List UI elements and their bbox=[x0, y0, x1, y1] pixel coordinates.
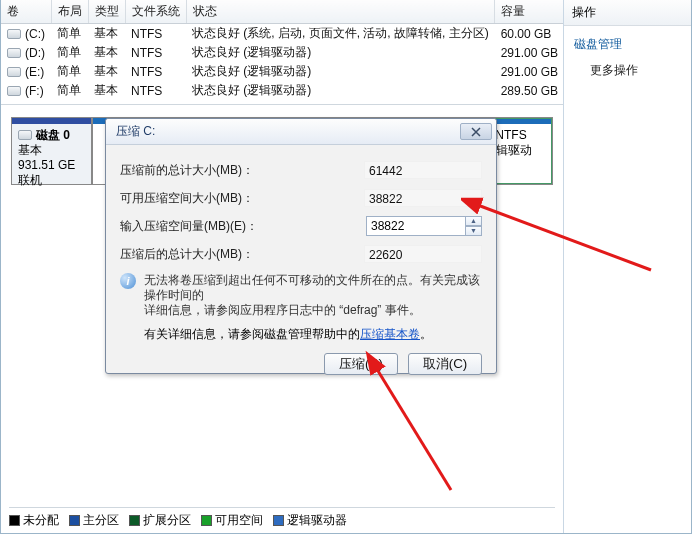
dialog-title: 压缩 C: bbox=[116, 123, 155, 140]
col-capacity[interactable]: 容量 bbox=[495, 0, 563, 24]
col-fs[interactable]: 文件系统 bbox=[125, 0, 186, 24]
help-link-shrink-basic-volume[interactable]: 压缩基本卷 bbox=[360, 327, 420, 341]
legend: 未分配主分区扩展分区可用空间逻辑驱动器 bbox=[9, 507, 555, 529]
label-avail-shrink: 可用压缩空间大小(MB)： bbox=[120, 190, 254, 207]
shrink-amount-input[interactable] bbox=[366, 216, 466, 236]
shrink-dialog: 压缩 C: 压缩前的总计大小(MB)： 61442 可用压缩空间大小(MB)： … bbox=[105, 118, 497, 374]
volume-icon bbox=[7, 29, 21, 39]
label-size-before: 压缩前的总计大小(MB)： bbox=[120, 162, 254, 179]
legend-item: 逻辑驱动器 bbox=[273, 512, 347, 529]
actions-pane: 操作 磁盘管理 更多操作 bbox=[563, 0, 691, 533]
actions-group-disk-mgmt[interactable]: 磁盘管理 bbox=[574, 32, 681, 57]
close-icon[interactable] bbox=[460, 123, 492, 140]
details-text: 有关详细信息，请参阅磁盘管理帮助中的压缩基本卷。 bbox=[144, 326, 482, 343]
shrink-button[interactable]: 压缩(S) bbox=[324, 353, 398, 375]
table-row[interactable]: (E:)简单基本NTFS状态良好 (逻辑驱动器)291.00 GB282. bbox=[1, 62, 563, 81]
volume-icon bbox=[7, 86, 21, 96]
actions-header: 操作 bbox=[564, 0, 691, 26]
legend-item: 未分配 bbox=[9, 512, 59, 529]
volume-table: 卷 布局 类型 文件系统 状态 容量 可用 (C:)简单基本NTFS状态良好 (… bbox=[1, 0, 563, 105]
info-text: 无法将卷压缩到超出任何不可移动的文件所在的点。有关完成该操作时间的 详细信息，请… bbox=[144, 273, 482, 318]
spin-up-icon[interactable]: ▲ bbox=[466, 216, 482, 226]
value-size-after: 22620 bbox=[364, 245, 482, 263]
volume-icon bbox=[7, 67, 21, 77]
volume-icon bbox=[7, 48, 21, 58]
disk-summary[interactable]: 磁盘 0 基本 931.51 GE 联机 bbox=[12, 118, 92, 184]
spin-down-icon[interactable]: ▼ bbox=[466, 226, 482, 236]
table-row[interactable]: (D:)简单基本NTFS状态良好 (逻辑驱动器)291.00 GB238.8 bbox=[1, 43, 563, 62]
cancel-button[interactable]: 取消(C) bbox=[408, 353, 482, 375]
value-size-before: 61442 bbox=[364, 161, 482, 179]
value-avail-shrink: 38822 bbox=[364, 189, 482, 207]
label-shrink-amount: 输入压缩空间量(MB)(E)： bbox=[120, 218, 258, 235]
legend-item: 可用空间 bbox=[201, 512, 263, 529]
col-layout[interactable]: 布局 bbox=[51, 0, 88, 24]
disk-size: 931.51 GE bbox=[18, 158, 85, 173]
disk-icon bbox=[18, 130, 32, 140]
legend-item: 扩展分区 bbox=[129, 512, 191, 529]
table-row[interactable]: (F:)简单基本NTFS状态良好 (逻辑驱动器)289.50 GB271. bbox=[1, 81, 563, 100]
disk-state: 联机 bbox=[18, 173, 85, 188]
info-icon: i bbox=[120, 273, 136, 289]
legend-item: 主分区 bbox=[69, 512, 119, 529]
actions-more[interactable]: 更多操作 bbox=[574, 57, 681, 84]
col-type[interactable]: 类型 bbox=[88, 0, 125, 24]
disk-label-text: 磁盘 0 bbox=[36, 128, 70, 142]
col-volume[interactable]: 卷 bbox=[1, 0, 51, 24]
col-status[interactable]: 状态 bbox=[186, 0, 495, 24]
disk-type: 基本 bbox=[18, 143, 85, 158]
label-size-after: 压缩后的总计大小(MB)： bbox=[120, 246, 254, 263]
table-row[interactable]: (C:)简单基本NTFS状态良好 (系统, 启动, 页面文件, 活动, 故障转储… bbox=[1, 24, 563, 44]
